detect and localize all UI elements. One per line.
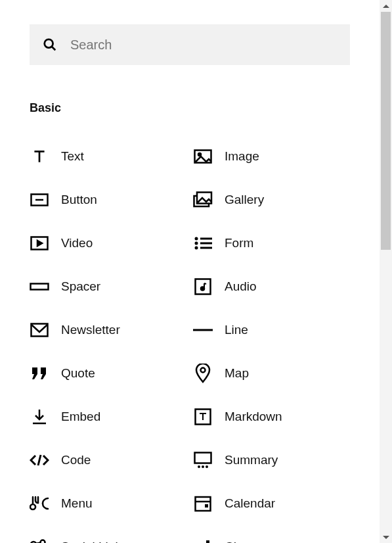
block-label: Social Links <box>61 540 127 543</box>
svg-point-15 <box>195 247 198 250</box>
block-label: Calendar <box>225 496 275 511</box>
block-label: Video <box>61 236 93 250</box>
block-button[interactable]: Button <box>30 178 186 222</box>
svg-line-28 <box>38 455 41 465</box>
svg-point-22 <box>201 368 206 373</box>
search-bar[interactable] <box>30 24 350 65</box>
svg-rect-14 <box>200 243 212 245</box>
block-label: Chart <box>225 540 255 543</box>
svg-rect-17 <box>31 284 49 290</box>
svg-point-19 <box>201 287 204 291</box>
block-image[interactable]: Image <box>193 135 350 178</box>
block-markdown[interactable]: Markdown <box>193 395 350 438</box>
block-audio[interactable]: Audio <box>193 265 350 308</box>
svg-rect-36 <box>196 497 211 511</box>
scroll-up-arrow[interactable] <box>380 0 392 12</box>
block-label: Markdown <box>225 410 282 424</box>
newsletter-icon <box>30 320 49 340</box>
svg-marker-10 <box>37 241 42 246</box>
block-label: Gallery <box>225 193 264 207</box>
svg-rect-38 <box>205 504 208 508</box>
block-label: Text <box>61 149 84 164</box>
block-video[interactable]: Video <box>30 222 186 265</box>
section-title-basic: Basic <box>30 101 350 115</box>
svg-point-30 <box>198 465 200 468</box>
svg-point-40 <box>41 540 45 544</box>
block-code[interactable]: Code <box>30 438 186 482</box>
block-form[interactable]: Form <box>193 222 350 265</box>
block-calendar[interactable]: Calendar <box>193 482 350 525</box>
block-line[interactable]: Line <box>193 308 350 352</box>
block-chart[interactable]: Chart <box>193 525 350 543</box>
code-icon <box>30 450 49 470</box>
image-icon <box>193 147 213 166</box>
markdown-icon <box>193 407 213 427</box>
block-label: Button <box>61 193 97 207</box>
scrollbar[interactable] <box>380 0 392 543</box>
menu-icon <box>30 494 49 513</box>
svg-point-32 <box>206 465 208 468</box>
block-spacer[interactable]: Spacer <box>30 265 186 308</box>
summary-icon <box>193 450 213 470</box>
calendar-icon <box>193 494 213 513</box>
block-label: Quote <box>61 366 95 381</box>
video-icon <box>30 233 49 253</box>
block-grid: Text Image <box>30 135 350 543</box>
block-label: Image <box>225 149 259 164</box>
quote-icon <box>30 364 49 383</box>
block-gallery[interactable]: Gallery <box>193 178 350 222</box>
form-icon <box>193 233 213 253</box>
svg-point-11 <box>195 237 198 241</box>
block-label: Map <box>225 366 249 381</box>
spacer-icon <box>30 277 49 296</box>
block-summary[interactable]: Summary <box>193 438 350 482</box>
block-label: Audio <box>225 279 257 294</box>
block-label: Summary <box>225 453 278 467</box>
svg-rect-21 <box>193 329 213 331</box>
svg-rect-46 <box>206 540 209 543</box>
block-social-links[interactable]: Social Links <box>30 525 186 543</box>
map-icon <box>193 364 213 383</box>
svg-rect-29 <box>195 453 211 463</box>
block-menu[interactable]: Menu <box>30 482 186 525</box>
block-quote[interactable]: Quote <box>30 352 186 395</box>
svg-point-31 <box>202 465 204 468</box>
svg-point-0 <box>45 39 53 48</box>
svg-rect-16 <box>200 247 212 249</box>
audio-icon <box>193 277 213 296</box>
chart-icon <box>193 537 213 543</box>
block-label: Newsletter <box>61 323 120 337</box>
block-map[interactable]: Map <box>193 352 350 395</box>
block-newsletter[interactable]: Newsletter <box>30 308 186 352</box>
gallery-icon <box>193 190 213 210</box>
svg-rect-12 <box>200 238 212 240</box>
embed-icon <box>30 407 49 427</box>
scroll-down-arrow[interactable] <box>380 531 392 543</box>
text-icon <box>30 147 49 166</box>
block-label: Line <box>225 323 248 337</box>
search-input[interactable] <box>69 37 337 53</box>
block-label: Code <box>61 453 91 467</box>
search-icon <box>43 37 57 52</box>
svg-line-1 <box>52 47 56 51</box>
svg-point-13 <box>195 242 198 245</box>
block-label: Spacer <box>61 279 100 294</box>
svg-point-5 <box>198 153 201 156</box>
block-label: Menu <box>61 496 93 511</box>
line-icon <box>193 320 213 340</box>
block-label: Embed <box>61 410 100 424</box>
button-icon <box>30 190 49 210</box>
block-label: Form <box>225 236 253 250</box>
block-text[interactable]: Text <box>30 135 186 178</box>
scroll-thumb[interactable] <box>381 12 391 250</box>
social-links-icon <box>30 537 49 543</box>
block-embed[interactable]: Embed <box>30 395 186 438</box>
